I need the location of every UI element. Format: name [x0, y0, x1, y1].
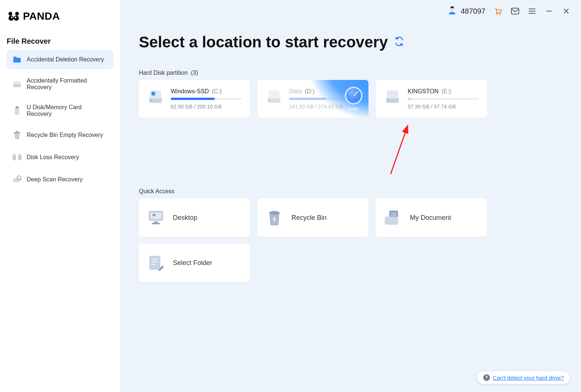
svg-rect-6	[13, 84, 21, 87]
disk-card-d[interactable]: Data(D:) 141.93 GB / 274.62 GB Scan	[257, 80, 368, 118]
user-id: 487097	[461, 7, 485, 16]
sidebar-item-recyclebin[interactable]: Recycle Bin Empty Recovery	[7, 125, 113, 145]
svg-rect-12	[18, 154, 21, 160]
sidebar-item-formatted[interactable]: Accidentally Formatted Recovery	[7, 72, 113, 96]
note-pencil-icon	[147, 254, 165, 272]
document-folder-icon	[384, 209, 402, 227]
svg-point-19	[500, 13, 501, 14]
svg-point-0	[9, 12, 12, 16]
svg-rect-29	[151, 92, 155, 96]
folder-icon	[13, 55, 21, 64]
svg-rect-13	[13, 178, 20, 182]
quick-label: Desktop	[173, 214, 197, 222]
svg-rect-8	[15, 108, 19, 115]
close-button[interactable]	[562, 7, 571, 16]
disk-size: 62.50 GB / 200.10 GB	[171, 104, 242, 110]
svg-line-15	[20, 179, 21, 180]
svg-rect-35	[387, 90, 398, 98]
svg-rect-32	[268, 90, 280, 98]
user-badge[interactable]: 487097	[447, 6, 485, 17]
sidebar-item-label: Accidental Deletion Recovery	[27, 56, 104, 63]
help-link[interactable]: Can't detect your hard drive?	[493, 375, 564, 381]
page-title: Select a location to start recovery	[139, 33, 388, 51]
quick-select-folder[interactable]: Select Folder	[139, 244, 250, 282]
sidebar-item-label: Deep Scan Recovery	[27, 176, 83, 183]
hdd-icon	[147, 88, 164, 105]
magnifier-disk-icon	[13, 175, 21, 184]
scan-label: Scan	[343, 106, 365, 111]
svg-rect-51	[151, 264, 156, 265]
svg-rect-10	[16, 131, 18, 132]
trash-icon	[266, 209, 283, 227]
svg-rect-40	[153, 214, 156, 216]
usage-bar	[408, 98, 479, 100]
disk-letter: (C:)	[212, 88, 222, 94]
brand-text: PANDA	[23, 10, 60, 22]
scan-button[interactable]: Scan	[343, 87, 365, 111]
sidebar-nav: Accidental Deletion Recovery Accidentall…	[0, 50, 120, 192]
disk-name: Data	[289, 88, 302, 94]
svg-point-3	[14, 16, 19, 21]
svg-point-30	[150, 100, 152, 101]
usb-icon	[13, 106, 21, 115]
sidebar-item-udisk[interactable]: U Disk/Memory Card Recovery	[7, 99, 113, 123]
quick-recyclebin[interactable]: Recycle Bin	[257, 198, 368, 237]
help-icon: ?	[483, 374, 490, 381]
quick-mydocument[interactable]: My Document	[376, 198, 487, 237]
disk-icon	[13, 80, 21, 88]
window-controls: 487097	[120, 0, 581, 22]
sidebar-section-title: File Recover	[0, 30, 120, 50]
svg-rect-9	[14, 132, 20, 133]
disk-name: Windows-SSD	[171, 88, 209, 94]
brand-logo: PANDA	[0, 7, 120, 30]
trash-icon	[13, 131, 21, 140]
svg-rect-46	[391, 215, 397, 215]
svg-rect-41	[154, 221, 158, 223]
sidebar-item-deepscan[interactable]: Deep Scan Recovery	[7, 170, 113, 189]
panda-eyes-icon	[7, 11, 20, 21]
hdd-icon	[266, 88, 283, 105]
disk-name: KINGSTON	[408, 88, 438, 94]
svg-rect-7	[16, 106, 19, 108]
svg-point-36	[387, 100, 389, 101]
quick-access-label: Quick Access	[120, 118, 581, 198]
svg-point-2	[9, 16, 14, 21]
quick-label: Recycle Bin	[291, 214, 327, 222]
svg-point-43	[269, 211, 280, 215]
sidebar-item-diskloss[interactable]: Disk Loss Recovery	[7, 148, 113, 167]
quick-access-row-2: Select Folder	[120, 244, 581, 282]
disk-letter: (E:)	[441, 88, 451, 94]
svg-rect-48	[149, 256, 160, 270]
svg-rect-39	[150, 212, 161, 219]
menu-icon[interactable]	[528, 7, 537, 16]
svg-point-5	[15, 17, 16, 18]
sidebar-item-label: Disk Loss Recovery	[27, 154, 79, 161]
disk-letter: (D:)	[305, 88, 315, 94]
svg-rect-20	[511, 8, 519, 14]
svg-rect-49	[151, 259, 158, 260]
disk-card-c[interactable]: Windows-SSD(C:) 62.50 GB / 200.10 GB	[139, 80, 250, 118]
partitions-label: Hard Disk partition (3)	[120, 58, 581, 80]
avatar-icon	[447, 6, 457, 17]
svg-rect-50	[151, 261, 158, 262]
sidebar-item-label: U Disk/Memory Card Recovery	[27, 104, 107, 117]
refresh-icon[interactable]	[394, 37, 404, 48]
help-pill[interactable]: ? Can't detect your hard drive?	[477, 371, 570, 384]
svg-rect-45	[391, 213, 397, 214]
quick-desktop[interactable]: Desktop	[139, 198, 250, 237]
svg-point-18	[497, 13, 498, 14]
disk-card-e[interactable]: KINGSTON(E:) 57.39 GB / 57.74 GB	[376, 80, 487, 118]
gauge-icon	[345, 87, 363, 104]
svg-point-33	[269, 100, 270, 101]
minimize-button[interactable]	[545, 7, 554, 16]
mail-icon[interactable]	[511, 7, 520, 16]
usage-bar	[171, 98, 242, 100]
sidebar-item-label: Recycle Bin Empty Recovery	[27, 132, 103, 138]
svg-rect-42	[152, 223, 160, 224]
sidebar-item-accidental-deletion[interactable]: Accidental Deletion Recovery	[7, 50, 113, 69]
sidebar: PANDA File Recover Accidental Deletion R…	[0, 0, 120, 392]
svg-rect-11	[13, 154, 16, 160]
quick-label: My Document	[410, 214, 451, 222]
cart-icon[interactable]	[494, 7, 502, 16]
partitions-row: Windows-SSD(C:) 62.50 GB / 200.10 GB Dat…	[120, 80, 581, 118]
